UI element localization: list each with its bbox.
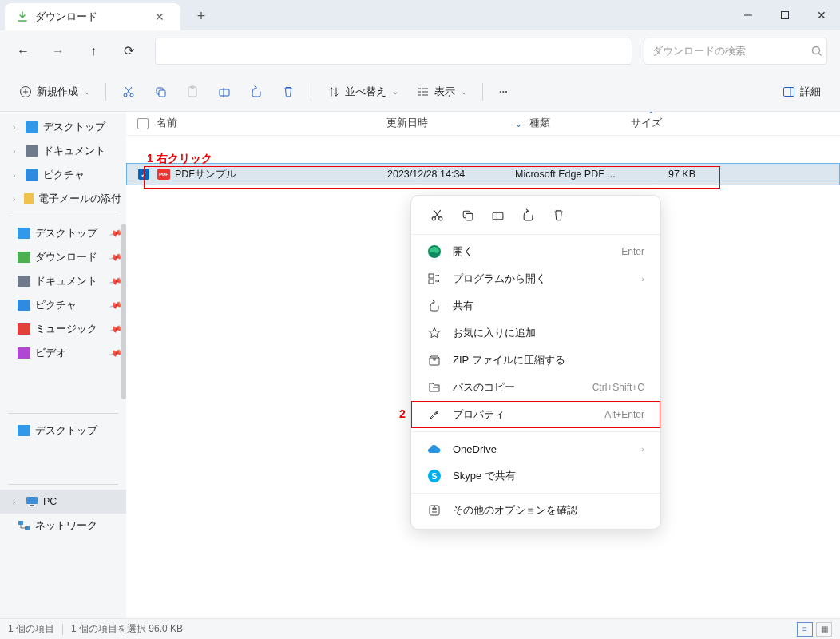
onedrive-icon (427, 444, 442, 454)
ctx-properties[interactable]: プロパティ Alt+Enter (411, 401, 660, 428)
column-size[interactable]: サイズ (631, 117, 695, 130)
address-bar[interactable] (155, 38, 632, 65)
ctx-share-button[interactable] (520, 207, 536, 223)
svg-point-15 (432, 216, 435, 220)
sidebar-label: ピクチャ (43, 169, 85, 182)
separator (105, 83, 106, 101)
sidebar-label: ビデオ (35, 347, 66, 360)
zip-icon (427, 354, 442, 367)
expand-icon[interactable]: › (13, 171, 21, 180)
sidebar-item[interactable]: › デスクトップ (0, 115, 126, 139)
close-tab-icon[interactable]: ✕ (150, 9, 169, 25)
select-all-checkbox[interactable] (137, 118, 157, 129)
svg-point-3 (124, 93, 127, 97)
file-size: 97 KB (632, 169, 695, 180)
copy-path-icon (427, 381, 442, 394)
network-icon (18, 520, 30, 531)
ctx-rename-button[interactable] (489, 207, 505, 223)
trash-icon (282, 85, 295, 98)
copy-icon (154, 85, 167, 98)
expand-icon[interactable]: › (13, 147, 21, 156)
forward-button[interactable]: → (43, 37, 73, 65)
status-separator (62, 624, 63, 635)
folder-icon (18, 323, 30, 335)
ctx-more-options[interactable]: その他のオプションを確認 (411, 497, 660, 524)
sidebar-item[interactable]: › ドキュメント (0, 139, 126, 163)
sidebar-quick-item[interactable]: ドキュメント 📌 (0, 269, 126, 293)
column-type[interactable]: ⌄種類 (514, 117, 631, 130)
expand-icon[interactable]: › (13, 498, 21, 506)
ctx-separator (411, 431, 660, 432)
item-count: 1 個の項目 (8, 622, 54, 636)
sidebar-quick-item[interactable]: デスクトップ 📌 (0, 221, 126, 245)
column-name[interactable]: 名前 (157, 117, 386, 130)
back-button[interactable]: ← (8, 37, 38, 65)
sidebar-item-desktop-2[interactable]: デスクトップ (0, 419, 126, 443)
svg-point-4 (130, 93, 133, 97)
svg-text:S: S (431, 471, 437, 481)
ctx-open-with[interactable]: プログラムから開く › (411, 265, 660, 292)
share-button[interactable] (242, 78, 271, 105)
cut-button[interactable] (114, 78, 143, 105)
file-row[interactable]: ✓ PDF PDFサンプル 2023/12/28 14:34 Microsoft… (126, 163, 840, 185)
search-icon[interactable] (802, 37, 832, 65)
refresh-button[interactable]: ⟳ (113, 37, 144, 65)
ctx-delete-button[interactable] (550, 207, 566, 223)
view-label: 表示 (434, 85, 455, 99)
ctx-copy-path[interactable]: パスのコピー Ctrl+Shift+C (411, 374, 660, 401)
separator (482, 83, 483, 101)
new-button[interactable]: 新規作成 ⌵ (11, 78, 97, 105)
context-menu: 開く Enter プログラムから開く › 共有 お気に入りに追加 ZIP ファイ… (410, 195, 661, 530)
expand-icon[interactable]: › (13, 195, 19, 204)
sidebar-item-network[interactable]: ネットワーク (0, 514, 126, 538)
sidebar-item[interactable]: › ピクチャ (0, 163, 126, 187)
thumbnails-view-button[interactable]: ▦ (816, 622, 832, 637)
close-window-button[interactable]: ✕ (803, 0, 840, 30)
minimize-button[interactable] (730, 0, 767, 30)
share-icon (250, 85, 263, 98)
details-view-button[interactable]: ≡ (797, 622, 813, 637)
sort-button[interactable]: 並べ替え ⌵ (319, 78, 406, 105)
chevron-down-icon: ⌵ (393, 87, 398, 96)
new-tab-button[interactable]: + (188, 5, 214, 27)
file-date: 2023/12/28 14:34 (387, 169, 515, 180)
sidebar-quick-item[interactable]: ダウンロード 📌 (0, 245, 126, 269)
paste-button[interactable] (178, 78, 207, 105)
sidebar-item[interactable]: › 電子メールの添付 (0, 187, 126, 211)
ctx-compress-zip[interactable]: ZIP ファイルに圧縮する (411, 347, 660, 374)
rename-button[interactable] (210, 78, 239, 105)
sidebar-label: PC (43, 496, 57, 507)
search-box[interactable]: ダウンロードの検索 (644, 38, 827, 65)
expand-icon[interactable]: › (13, 123, 21, 132)
sidebar-quick-item[interactable]: ピクチャ 📌 (0, 293, 126, 317)
ctx-cut-button[interactable] (429, 207, 445, 223)
statusbar: 1 個の項目 1 個の項目を選択 96.0 KB ≡ ▦ (0, 618, 840, 639)
details-icon (783, 85, 795, 98)
ctx-open[interactable]: 開く Enter (411, 238, 660, 265)
delete-button[interactable] (274, 78, 303, 105)
ctx-share[interactable]: 共有 (411, 292, 660, 320)
ctx-onedrive[interactable]: OneDrive › (411, 435, 660, 462)
more-button[interactable]: ··· (491, 78, 516, 105)
sidebar-label: ミュージック (35, 323, 97, 336)
ctx-copy-button[interactable] (459, 207, 475, 223)
explorer-tab[interactable]: ダウンロード ✕ (5, 3, 180, 30)
up-button[interactable]: ↑ (78, 37, 109, 65)
column-headers: 名前 更新日時 ⌄種類 サイズ ⌃ (126, 112, 840, 136)
sidebar-label: ドキュメント (43, 145, 105, 158)
sidebar-quick-item[interactable]: ビデオ 📌 (0, 341, 126, 365)
folder-icon (26, 145, 38, 157)
sidebar-item-pc[interactable]: › PC (0, 490, 126, 514)
sidebar-quick-item[interactable]: ミュージック 📌 (0, 317, 126, 341)
ctx-add-favorite[interactable]: お気に入りに追加 (411, 320, 660, 347)
window-controls: ✕ (730, 0, 840, 30)
column-date[interactable]: 更新日時 (386, 117, 514, 130)
row-checkbox[interactable]: ✓ (138, 169, 149, 180)
copy-button[interactable] (146, 78, 175, 105)
view-button[interactable]: 表示 ⌵ (409, 78, 474, 105)
details-pane-button[interactable]: 詳細 (775, 78, 829, 105)
ctx-skype[interactable]: S Skype で共有 (411, 462, 660, 490)
maximize-button[interactable] (767, 0, 803, 30)
toolbar: 新規作成 ⌵ 並べ替え ⌵ 表示 ⌵ ··· 詳細 (0, 72, 840, 112)
pc-icon (26, 496, 38, 507)
